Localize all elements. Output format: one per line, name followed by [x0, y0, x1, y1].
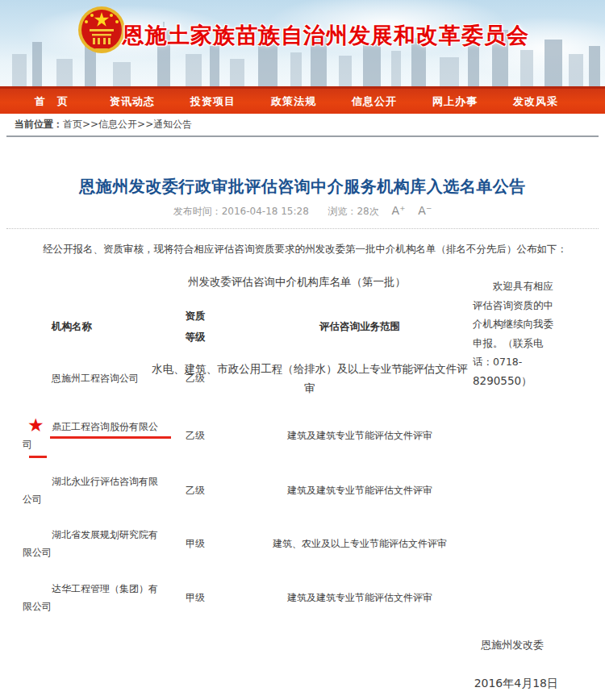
side-note: 欢迎具有相应 评估咨询资质的中 介机构继续向我委 申报。（联系电 话：0718-… [473, 277, 578, 390]
side-note-line: 欢迎具有相应 [473, 277, 578, 296]
star-marker-icon: ★ [27, 416, 44, 435]
org-name-cell: 达华工程管理（集团）有限公司 [23, 580, 164, 615]
red-underline [50, 436, 171, 439]
table-row: 湖北省发展规划研究院有限公司 甲级 建筑、农业及以上专业节能评估文件评审 [23, 517, 494, 570]
breadcrumb-path[interactable]: 首页>>信息公开>>通知公告 [63, 118, 192, 131]
table-row: 恩施州工程咨询公司 乙级 水电、建筑、市政公用工程（给排水）及以上专业节能评估文… [23, 349, 494, 407]
signature-date: 2016年4月18日 [23, 677, 582, 691]
org-name-cell: 恩施州工程咨询公司 [23, 369, 164, 387]
intro-paragraph: 经公开报名、资质审核，现将符合相应评估咨询资质要求的州发改委第一批中介机构名单（… [23, 241, 582, 257]
scope-cell: 水电、建筑、市政公用工程（给排水）及以上专业节能评估文件评审 [148, 359, 471, 398]
scope-cell: 建筑及建筑专业节能评估文件评审 [227, 427, 493, 444]
nav-item-policy[interactable]: 政策法规 [253, 94, 334, 109]
header-org-name: 机构名称 [23, 318, 164, 335]
page: 恩施土家族苗族自治州发展和改革委员会 首 页 资讯动态 投资项目 政策法规 信息… [0, 0, 605, 700]
section-divider [6, 135, 599, 137]
article: 恩施州发改委行政审批评估咨询中介服务机构库入选名单公告 发布时间：2016-04… [0, 176, 605, 691]
signature: 恩施州发改委 [23, 638, 582, 652]
red-underline [29, 456, 47, 458]
dotted-divider [6, 228, 599, 229]
grade-cell: 甲级 [164, 591, 227, 605]
nav-item-home[interactable]: 首 页 [11, 94, 92, 109]
side-note-line: 8290550） [473, 372, 578, 391]
scope-cell: 建筑及建筑专业节能评估文件评审 [227, 589, 493, 606]
content-area: 州发改委评估咨询中介机构库名单（第一批） 欢迎具有相应 评估咨询资质的中 介机构… [23, 274, 582, 625]
list-title: 州发改委评估咨询中介机构库名单（第一批） [23, 274, 532, 289]
nav-item-investment[interactable]: 投资项目 [173, 94, 253, 109]
nav-item-ndrc-style[interactable]: 发改风采 [495, 94, 576, 109]
breadcrumb: 当前位置： 首页>>信息公开>>通知公告 [0, 114, 605, 135]
side-note-line: 申报。（联系电 [473, 334, 578, 353]
org-name-cell: 湖北永业行评估咨询有限公司 [23, 473, 164, 508]
table-row: 湖北永业行评估咨询有限公司 乙级 建筑及建筑专业节能评估文件评审 [23, 464, 494, 517]
side-note-line: 话：0718- [473, 352, 578, 372]
side-note-line: 评估咨询资质的中 [473, 296, 578, 315]
scope-cell: 建筑及建筑专业节能评估文件评审 [227, 481, 493, 499]
main-nav: 首 页 资讯动态 投资项目 政策法规 信息公开 网上办事 发改风采 [0, 86, 605, 114]
nav-item-info-disclosure[interactable]: 信息公开 [334, 94, 415, 109]
font-decrease-button[interactable]: A⁻ [418, 204, 432, 217]
site-banner: 恩施土家族苗族自治州发展和改革委员会 [0, 0, 605, 86]
nav-item-online-service[interactable]: 网上办事 [415, 94, 495, 109]
view-count: 浏览：28次 [328, 206, 378, 217]
org-name-cell: 湖北省发展规划研究院有限公司 [23, 526, 164, 561]
site-title: 恩施土家族苗族自治州发展和改革委员会 [123, 21, 529, 50]
publish-time: 发布时间：2016-04-18 15:28 [173, 206, 309, 217]
article-title: 恩施州发改委行政审批评估咨询中介服务机构库入选名单公告 [23, 176, 582, 197]
grade-cell: 乙级 [164, 429, 227, 443]
breadcrumb-label: 当前位置： [15, 118, 63, 131]
grade-cell: 甲级 [164, 537, 227, 551]
nav-item-news[interactable]: 资讯动态 [92, 94, 173, 109]
header-scope: 评估咨询业务范围 [227, 318, 493, 335]
table-row: 达华工程管理（集团）有限公司 甲级 建筑及建筑专业节能评估文件评审 [23, 570, 494, 625]
table-row: ★ 鼎正工程咨询股份有限公司 乙级 建筑及建筑专业节能评估文件评审 [23, 407, 494, 464]
font-increase-button[interactable]: A⁺ [392, 204, 406, 217]
table-header-row: 机构名称 资质等级 评估咨询业务范围 [23, 304, 494, 349]
header-grade: 资质等级 [164, 306, 227, 348]
side-note-line: 介机构继续向我委 [473, 315, 578, 334]
article-meta: 发布时间：2016-04-18 15:28 浏览：28次 A⁺ A⁻ [23, 204, 582, 219]
national-emblem-logo [76, 4, 127, 59]
scope-cell: 建筑、农业及以上专业节能评估文件评审 [227, 535, 493, 552]
agency-table: 机构名称 资质等级 评估咨询业务范围 恩施州工程咨询公司 乙级 水电、建筑、市政… [23, 304, 494, 625]
grade-cell: 乙级 [164, 484, 227, 498]
